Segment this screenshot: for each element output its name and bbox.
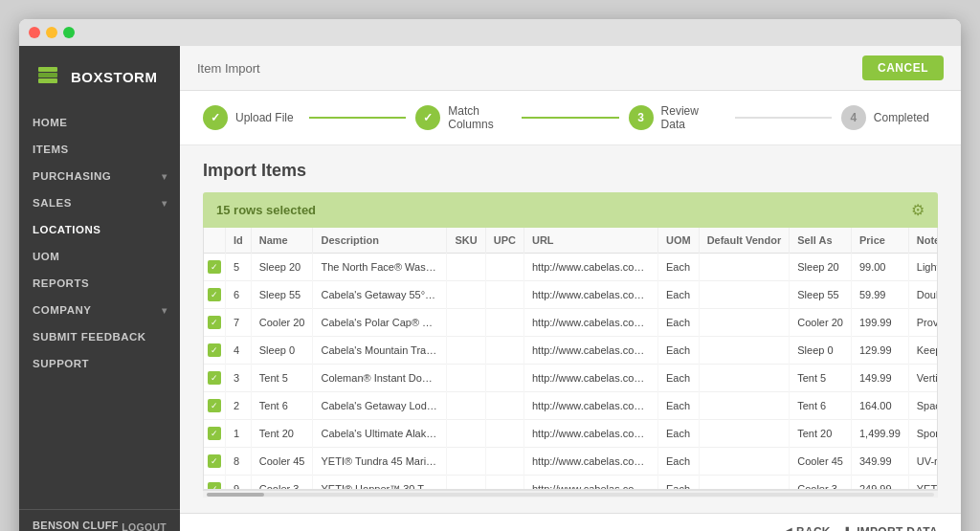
sidebar-item-home[interactable]: HOME <box>19 109 180 136</box>
checkbox-checked-icon[interactable]: ✓ <box>208 288 221 301</box>
table-row: ✓5Sleep 20The North Face® Wasatch 20°F..… <box>204 254 938 281</box>
cell-sell_as: Tent 6 <box>790 392 852 420</box>
cell-sku <box>447 254 485 281</box>
sidebar-item-items-label: ITEMS <box>33 144 69 155</box>
cell-price: 99.00 <box>851 254 908 281</box>
logout-button[interactable]: LOGOUT <box>122 521 167 531</box>
sidebar-item-company[interactable]: COMPANY ▾ <box>19 297 180 323</box>
cell-uom: Each <box>657 448 699 476</box>
cell-upc <box>485 420 523 448</box>
minimize-button[interactable] <box>46 27 57 38</box>
row-checkbox-cell[interactable]: ✓ <box>204 337 226 365</box>
checkbox-checked-icon[interactable]: ✓ <box>208 260 221 274</box>
cell-description: Cabela's Getaway 55°F Sleepin... <box>313 281 447 309</box>
cell-uom: Each <box>657 365 699 392</box>
gear-icon[interactable]: ⚙ <box>911 201 924 219</box>
cell-notes: Lightweight, breathable and d... <box>908 254 938 281</box>
cell-sell_as: Tent 5 <box>790 365 852 392</box>
sidebar-nav: HOME ITEMS PURCHASING ▾ SALES ▾ LOCATION… <box>19 101 180 509</box>
cell-price: 149.99 <box>851 365 908 392</box>
cell-url: http://www.cabelas.com/produc... <box>523 392 657 420</box>
cell-uom: Each <box>657 337 699 365</box>
selected-bar: 15 rows selected ⚙ <box>203 192 938 228</box>
checkbox-checked-icon[interactable]: ✓ <box>208 316 221 329</box>
cell-sku <box>447 448 485 476</box>
title-bar <box>19 19 961 46</box>
cell-id: 1 <box>226 420 252 448</box>
sidebar: BOXSTORM HOME ITEMS PURCHASING ▾ SALES ▾ <box>19 46 180 531</box>
sidebar-item-support[interactable]: SUPPORT <box>19 350 180 377</box>
sidebar-username: BENSON CLUFF <box>33 520 119 531</box>
checkbox-checked-icon[interactable]: ✓ <box>208 399 221 412</box>
cell-notes: YETI® Hopper™ 30 Tan Soft-Sid... <box>908 476 938 491</box>
cell-url: http://www.cabelas.com/produc... <box>523 281 657 309</box>
logo-area: BOXSTORM <box>19 46 180 101</box>
sidebar-item-reports[interactable]: REPORTS <box>19 270 180 297</box>
chevron-down-icon: ▾ <box>162 171 167 182</box>
checkbox-checked-icon[interactable]: ✓ <box>208 371 221 385</box>
checkbox-checked-icon[interactable]: ✓ <box>208 343 221 357</box>
row-checkbox-cell[interactable]: ✓ <box>204 392 226 420</box>
cell-sell_as: Sleep 20 <box>790 254 852 281</box>
sidebar-item-uom-label: UOM <box>33 251 59 262</box>
download-icon: ⬇ <box>842 525 852 531</box>
cell-vendor <box>699 392 790 420</box>
import-data-label: IMPORT DATA <box>857 525 938 531</box>
col-vendor: Default Vendor <box>699 228 790 254</box>
row-checkbox-cell[interactable]: ✓ <box>204 254 226 281</box>
sidebar-item-feedback[interactable]: SUBMIT FEEDBACK <box>19 323 180 350</box>
cell-notes: UV-resistant shell 2" polyure... <box>908 448 938 476</box>
table-row: ✓3Tent 5Coleman® Instant Dome™ 5-Pers...… <box>204 365 938 392</box>
cell-sell_as: Sleep 0 <box>790 337 852 365</box>
page-title: Item Import <box>197 61 260 76</box>
checkbox-checked-icon[interactable]: ✓ <box>208 427 221 440</box>
sidebar-item-sales[interactable]: SALES ▾ <box>19 189 180 216</box>
cell-upc <box>485 281 523 309</box>
row-checkbox-cell[interactable]: ✓ <box>204 309 226 337</box>
horizontal-scrollbar[interactable] <box>203 490 938 498</box>
sidebar-item-reports-label: REPORTS <box>33 277 89 289</box>
row-checkbox-cell[interactable]: ✓ <box>204 281 226 309</box>
row-checkbox-cell[interactable]: ✓ <box>204 365 226 392</box>
data-table-container[interactable]: Id Name Description SKU UPC URL UOM Defa… <box>203 228 938 490</box>
cell-url: http://www.cabelas.com/produc... <box>523 476 657 491</box>
cell-vendor <box>699 337 790 365</box>
sidebar-item-items[interactable]: ITEMS <box>19 136 180 163</box>
cell-id: 9 <box>226 476 252 491</box>
row-checkbox-cell[interactable]: ✓ <box>204 420 226 448</box>
cell-vendor <box>699 448 790 476</box>
sidebar-item-locations[interactable]: LOCATIONS <box>19 216 180 243</box>
cell-description: YETI® Tundra 45 Marine Cooler <box>313 448 447 476</box>
table-body: ✓5Sleep 20The North Face® Wasatch 20°F..… <box>204 254 938 491</box>
row-checkbox-cell[interactable]: ✓ <box>204 448 226 476</box>
cell-url: http://www.cabelas.com/produc... <box>523 254 657 281</box>
sidebar-item-purchasing-label: PURCHASING <box>33 170 111 182</box>
close-button[interactable] <box>29 27 40 38</box>
table-row: ✓4Sleep 0Cabela's Mountain Trapper 0°F..… <box>204 337 938 365</box>
back-button[interactable]: ◀ BACK <box>783 525 831 531</box>
back-arrow-icon: ◀ <box>783 525 791 531</box>
checkbox-checked-icon[interactable]: ✓ <box>208 482 221 490</box>
maximize-button[interactable] <box>63 27 75 38</box>
cell-vendor <box>699 365 790 392</box>
step-2-label: Match Columns <box>448 104 512 131</box>
cell-name: Cooler 3 <box>251 476 313 491</box>
sidebar-item-sales-label: SALES <box>33 197 72 209</box>
scrollbar-thumb[interactable] <box>207 493 264 497</box>
sidebar-item-home-label: HOME <box>33 117 68 128</box>
row-checkbox-cell[interactable]: ✓ <box>204 476 226 491</box>
sidebar-item-purchasing[interactable]: PURCHASING ▾ <box>19 163 180 189</box>
cell-id: 8 <box>226 448 252 476</box>
cancel-button[interactable]: CANCEL <box>862 55 944 80</box>
cell-upc <box>485 448 523 476</box>
main-content: Item Import CANCEL ✓ Upload File ✓ Match… <box>180 46 961 531</box>
cell-sell_as: Cooler 20 <box>790 309 852 337</box>
table-row: ✓2Tent 6Cabela's Getaway Lodge 6-Pers...… <box>204 392 938 420</box>
cell-uom: Each <box>657 254 699 281</box>
col-sell-as: Sell As <box>790 228 852 254</box>
import-data-button[interactable]: ⬇ IMPORT DATA <box>842 525 938 531</box>
sidebar-item-uom[interactable]: UOM <box>19 243 180 270</box>
selected-count: 15 rows selected <box>216 203 316 217</box>
checkbox-checked-icon[interactable]: ✓ <box>208 454 221 468</box>
table-row: ✓8Cooler 45YETI® Tundra 45 Marine Cooler… <box>204 448 938 476</box>
